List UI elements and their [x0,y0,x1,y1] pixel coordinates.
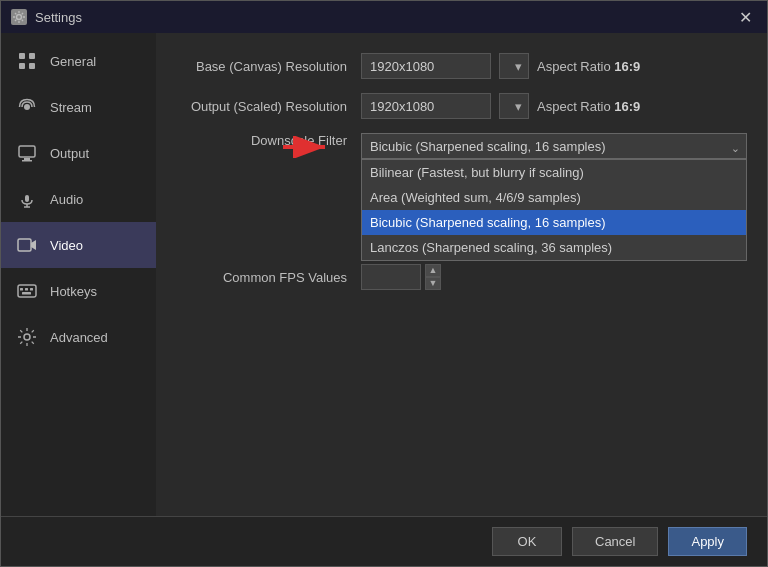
svg-rect-6 [19,146,35,157]
base-aspect-ratio: Aspect Ratio 16:9 [537,59,640,74]
video-icon [16,234,38,256]
audio-icon [16,188,38,210]
close-button[interactable]: ✕ [733,5,757,29]
sidebar-label-advanced: Advanced [50,330,108,345]
svg-rect-16 [30,288,33,291]
content-area: Base (Canvas) Resolution Aspect Ratio 16… [156,33,767,516]
fps-decrement-button[interactable]: ▼ [425,277,441,290]
svg-rect-13 [18,285,36,297]
sidebar-item-hotkeys[interactable]: Hotkeys [1,268,156,314]
svg-point-18 [24,334,30,340]
output-aspect-ratio: Aspect Ratio 16:9 [537,99,640,114]
title-bar-left: Settings [11,9,82,25]
svg-point-5 [24,104,30,110]
fps-spinbox-arrows: ▲ ▼ [425,264,441,290]
output-resolution-control: Aspect Ratio 16:9 [361,93,747,119]
cancel-button[interactable]: Cancel [572,527,658,556]
sidebar-item-output[interactable]: Output [1,130,156,176]
fps-label: Common FPS Values [176,270,361,285]
svg-rect-12 [18,239,31,251]
svg-rect-15 [25,288,28,291]
sidebar-item-video[interactable]: Video [1,222,156,268]
bottom-bar: OK Cancel Apply [1,516,767,566]
fps-row: Common FPS Values ▲ ▼ [176,264,747,290]
fps-control: ▲ ▼ [361,264,747,290]
output-resolution-row: Output (Scaled) Resolution Aspect Ratio … [176,93,747,119]
base-resolution-row: Base (Canvas) Resolution Aspect Ratio 16… [176,53,747,79]
downscale-current-value: Bicubic (Sharpened scaling, 16 samples) [370,139,606,154]
stream-icon [16,96,38,118]
sidebar-label-output: Output [50,146,89,161]
downscale-select-button[interactable]: Bicubic (Sharpened scaling, 16 samples) [361,133,747,159]
ok-button[interactable]: OK [492,527,562,556]
output-resolution-label: Output (Scaled) Resolution [176,99,361,114]
dropdown-option-bilinear[interactable]: Bilinear (Fastest, but blurry if scaling… [362,160,746,185]
svg-rect-3 [19,63,25,69]
svg-rect-1 [19,53,25,59]
downscale-label: Downscale Filter [176,133,361,148]
dropdown-option-lanczos[interactable]: Lanczos (Sharpened scaling, 36 samples) [362,235,746,260]
settings-icon [11,9,27,25]
base-resolution-label: Base (Canvas) Resolution [176,59,361,74]
svg-point-0 [17,15,22,20]
output-resolution-dropdown[interactable] [499,93,529,119]
sidebar: General Stream [1,33,156,516]
sidebar-item-stream[interactable]: Stream [1,84,156,130]
downscale-dropdown-container: Bicubic (Sharpened scaling, 16 samples) … [361,133,747,159]
downscale-filter-row: Downscale Filter Bicubic (Sharpened scal… [176,133,747,159]
svg-rect-4 [29,63,35,69]
general-icon [16,50,38,72]
svg-rect-9 [25,195,29,202]
hotkeys-icon [16,280,38,302]
main-content: General Stream [1,33,767,516]
base-resolution-control: Aspect Ratio 16:9 [361,53,747,79]
sidebar-label-stream: Stream [50,100,92,115]
title-bar: Settings ✕ [1,1,767,33]
window-title: Settings [35,10,82,25]
svg-rect-14 [20,288,23,291]
arrow-indicator [281,136,331,158]
output-aspect-bold: 16:9 [614,99,640,114]
sidebar-label-hotkeys: Hotkeys [50,284,97,299]
output-resolution-input[interactable] [361,93,491,119]
base-aspect-bold: 16:9 [614,59,640,74]
fps-increment-button[interactable]: ▲ [425,264,441,277]
fps-input[interactable] [361,264,421,290]
sidebar-label-general: General [50,54,96,69]
svg-rect-7 [24,158,30,160]
dropdown-option-area[interactable]: Area (Weighted sum, 4/6/9 samples) [362,185,746,210]
downscale-dropdown-menu: Bilinear (Fastest, but blurry if scaling… [361,159,747,261]
advanced-icon [16,326,38,348]
sidebar-label-video: Video [50,238,83,253]
svg-rect-2 [29,53,35,59]
apply-button[interactable]: Apply [668,527,747,556]
dropdown-option-bicubic[interactable]: Bicubic (Sharpened scaling, 16 samples) [362,210,746,235]
sidebar-item-general[interactable]: General [1,38,156,84]
base-resolution-input[interactable] [361,53,491,79]
svg-rect-8 [22,160,32,162]
base-resolution-dropdown[interactable] [499,53,529,79]
sidebar-item-advanced[interactable]: Advanced [1,314,156,360]
svg-rect-17 [22,292,31,295]
sidebar-label-audio: Audio [50,192,83,207]
sidebar-item-audio[interactable]: Audio [1,176,156,222]
output-icon [16,142,38,164]
settings-window: Settings ✕ General [0,0,768,567]
